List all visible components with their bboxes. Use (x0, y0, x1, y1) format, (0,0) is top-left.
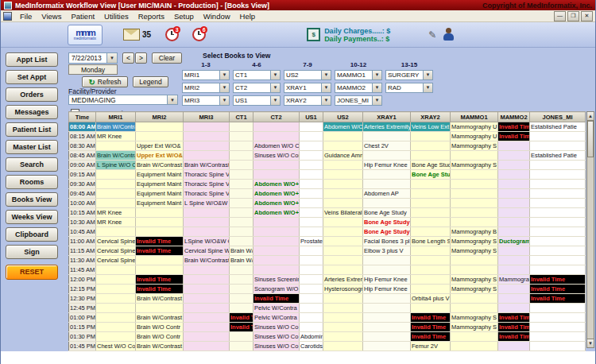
appointment-cell[interactable]: Elbow 3 plus V (363, 246, 411, 256)
empty-slot[interactable] (411, 265, 451, 275)
empty-slot[interactable] (96, 180, 136, 189)
empty-slot[interactable] (253, 122, 300, 132)
alarm-clock-2[interactable]: 6 (192, 29, 205, 41)
appointment-cell[interactable]: Abdomen W/O C+ (323, 122, 363, 132)
empty-slot[interactable] (530, 170, 586, 180)
appointment-cell[interactable]: Invalid Time (136, 285, 184, 294)
appointment-cell[interactable]: Equipment Maint (136, 170, 184, 180)
appointment-cell[interactable]: L Spine W/O Co (96, 161, 136, 170)
time-cell[interactable]: 11:30 AM (69, 256, 96, 265)
empty-slot[interactable] (184, 218, 230, 227)
empty-slot[interactable] (96, 294, 136, 304)
appointment-cell[interactable]: Arteries Extremity (363, 122, 411, 132)
appointment-cell[interactable]: Bone Length Stu (411, 237, 451, 246)
appointment-cell[interactable]: Pelvic W/Contra (253, 304, 300, 313)
time-cell[interactable]: 11:15 AM (69, 246, 96, 256)
appointment-cell[interactable]: Abdomen W/O C+ (253, 141, 300, 151)
empty-slot[interactable] (323, 141, 363, 151)
empty-slot[interactable] (530, 141, 586, 151)
empty-slot[interactable] (184, 132, 230, 141)
empty-slot[interactable] (323, 256, 363, 265)
menu-item-utilities[interactable]: Utilities (99, 12, 134, 21)
appointment-cell[interactable]: Carotids Unilater (300, 342, 323, 351)
appointment-cell[interactable]: Orbita4 plus V (411, 294, 451, 304)
empty-slot[interactable] (530, 256, 586, 265)
appointment-cell[interactable]: Brain W/Contrast (136, 161, 184, 170)
empty-slot[interactable] (96, 227, 136, 237)
sidebar-button-master-list[interactable]: Master List (6, 140, 58, 154)
empty-slot[interactable] (300, 304, 323, 313)
empty-slot[interactable] (323, 304, 363, 313)
appointment-cell[interactable]: Invalid Time (230, 313, 253, 323)
appointment-cell[interactable]: Chest 2V (363, 141, 411, 151)
time-cell[interactable]: 12:45 PM (69, 304, 96, 313)
appointment-cell[interactable]: Mammography B (451, 227, 498, 237)
calendar-dropdown-icon[interactable]: ▼ (106, 53, 117, 63)
sidebar-button-clipboard[interactable]: Clipboard (6, 227, 58, 242)
empty-slot[interactable] (230, 180, 253, 189)
appointment-cell[interactable]: Mammography S (451, 275, 498, 285)
appointment-cell[interactable]: Abdomen W/O+ (253, 189, 300, 199)
appointment-cell[interactable]: Invalid Time (253, 294, 300, 304)
appointment-cell[interactable]: Invalid Time (530, 285, 586, 294)
empty-slot[interactable] (498, 189, 530, 199)
empty-slot[interactable] (323, 227, 363, 237)
empty-slot[interactable] (184, 227, 230, 237)
time-cell[interactable]: 01:30 PM (69, 332, 96, 342)
empty-slot[interactable] (253, 227, 300, 237)
empty-slot[interactable] (184, 313, 230, 323)
sidebar-button-weeks-view[interactable]: Weeks View (6, 210, 58, 224)
time-cell[interactable]: 10:15 AM (69, 208, 96, 218)
time-cell[interactable]: 10:30 AM (69, 218, 96, 227)
empty-slot[interactable] (411, 304, 451, 313)
empty-slot[interactable] (530, 180, 586, 189)
appointment-cell[interactable]: Hysterosonogram (323, 285, 363, 294)
empty-slot[interactable] (451, 170, 498, 180)
appointment-cell[interactable]: MR Knee (96, 132, 136, 141)
empty-slot[interactable] (530, 265, 586, 275)
empty-slot[interactable] (323, 161, 363, 170)
empty-slot[interactable] (363, 199, 411, 208)
empty-slot[interactable] (323, 246, 363, 256)
empty-slot[interactable] (230, 265, 253, 275)
facility-select[interactable]: MEDIMAGING ▼ (68, 95, 178, 105)
appointment-cell[interactable]: Cervical Spine W (96, 256, 136, 265)
empty-slot[interactable] (363, 256, 411, 265)
appointment-cell[interactable]: MR Knee (96, 218, 136, 227)
appointment-cell[interactable]: Invalid Time (136, 275, 184, 285)
empty-slot[interactable] (96, 285, 136, 294)
scrollbar-thumb[interactable] (587, 121, 594, 157)
empty-slot[interactable] (136, 122, 184, 132)
empty-slot[interactable] (451, 189, 498, 199)
chevron-down-icon[interactable]: ▼ (219, 83, 229, 92)
sidebar-button-rooms[interactable]: Rooms (6, 175, 58, 189)
appointment-cell[interactable]: Bone Age Study (411, 170, 451, 180)
empty-slot[interactable] (230, 218, 253, 227)
empty-slot[interactable] (300, 246, 323, 256)
empty-slot[interactable] (530, 304, 586, 313)
empty-slot[interactable] (300, 161, 323, 170)
appointment-cell[interactable]: Mammography S (451, 323, 498, 332)
menu-item-window[interactable]: Window (199, 12, 235, 21)
empty-slot[interactable] (300, 170, 323, 180)
chevron-down-icon[interactable]: ▼ (372, 96, 381, 105)
empty-slot[interactable] (530, 323, 586, 332)
appointment-cell[interactable]: LSpine W/O&W C (184, 237, 230, 246)
empty-slot[interactable] (323, 332, 363, 342)
appointment-cell[interactable]: Mammography S (451, 246, 498, 256)
chevron-down-icon[interactable]: ▼ (219, 96, 229, 105)
appointment-cell[interactable]: Brain W/Contrast (96, 151, 136, 161)
appointment-cell[interactable]: Pelvic W/Contra (253, 313, 300, 323)
empty-slot[interactable] (96, 304, 136, 313)
time-cell[interactable]: 10:00 AM (69, 199, 96, 208)
empty-slot[interactable] (136, 132, 184, 141)
book-select-us1[interactable]: US1▼ (233, 95, 281, 106)
appointment-cell[interactable]: Brain W/Contrast (136, 294, 184, 304)
empty-slot[interactable] (323, 199, 363, 208)
empty-slot[interactable] (136, 208, 184, 218)
empty-slot[interactable] (184, 332, 230, 342)
empty-slot[interactable] (184, 323, 230, 332)
appointment-cell[interactable]: Veins Bilateral (323, 208, 363, 218)
empty-slot[interactable] (498, 285, 530, 294)
time-cell[interactable]: 11:45 AM (69, 265, 96, 275)
